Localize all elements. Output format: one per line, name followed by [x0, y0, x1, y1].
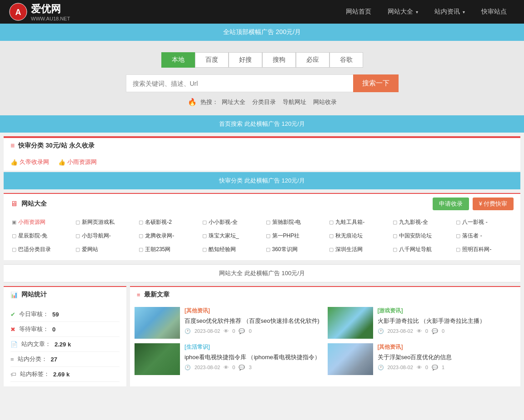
nav-home[interactable]: 网站首页 — [338, 0, 379, 24]
stat-value: 27 — [51, 356, 57, 363]
hot-link-2[interactable]: 导航网址 — [283, 98, 306, 106]
article-date: 2023-08-02 — [195, 328, 220, 334]
dir-item[interactable]: ▢策驰影院-电 — [262, 216, 326, 228]
dir-item[interactable]: ▢酷知经验网 — [199, 243, 262, 256]
dir-item[interactable]: ▢第一PHP社 — [262, 230, 326, 242]
dir-item[interactable]: ▢九九影视-全 — [389, 216, 453, 228]
article-date: 2023-08-02 — [388, 328, 413, 334]
stat-item: 📄 站内文章： 2.29 k — [10, 337, 120, 352]
box-icon: ▢ — [75, 247, 80, 252]
dir-item[interactable]: ▢巴适分类目录 — [8, 243, 72, 256]
hot-link-1[interactable]: 分类目录 — [252, 98, 276, 106]
dir-item[interactable]: ▢王朝235网 — [135, 243, 199, 256]
article-category: [游戏资讯] — [378, 307, 516, 315]
search-button[interactable]: 搜索一下 — [353, 74, 399, 92]
tab-local[interactable]: 本地 — [161, 52, 195, 68]
article-title[interactable]: iphoe看电视快捷指令库 （iphome看电视快捷指令） — [185, 353, 323, 362]
dir-item[interactable]: ▢名硕影视-2 — [135, 216, 199, 228]
comment-icon: 💬 — [432, 328, 438, 334]
tab-bing[interactable]: 必应 — [296, 52, 329, 68]
box-icon: ▢ — [139, 247, 143, 252]
tab-haosou[interactable]: 好搜 — [229, 52, 262, 68]
article-info: [其他资讯] 关于浮架seo百度优化的信息 🕐 2023-08-02 👁 0 💬… — [378, 343, 516, 375]
article-title[interactable]: 百度seo优化软件推荐 （百度seo快速排名优化软件) — [185, 316, 323, 326]
stat-item: ✖ 等待审核： 0 — [10, 322, 120, 337]
clock-icon: 🕐 — [378, 365, 384, 371]
article-meta: 🕐 2023-08-02 👁 0 💬 0 — [185, 328, 323, 334]
stat-label: 今日审核： — [19, 310, 49, 318]
dir-item[interactable]: ▢秋无痕论坛 — [325, 230, 389, 242]
dir-item[interactable]: ▢小彭导航网- — [72, 230, 135, 242]
articles-title: 最新文章 — [144, 291, 170, 299]
directory-banner-ad: 网站大全 此处横幅广告 100元/月 — [4, 264, 520, 282]
box-icon: ▣ — [12, 219, 16, 225]
quick-audit-title: 快审分类 30元/站 永久收录 — [18, 142, 94, 150]
apply-button[interactable]: 申请收录 — [433, 198, 469, 210]
dir-item[interactable]: ▢龙腾收录网- — [135, 230, 199, 242]
dir-item[interactable]: ▢360常识网 — [262, 243, 326, 256]
articles-panel: ≡ 最新文章 [其他资讯] 百度seo优化软件推荐 （百度seo快速排名优化软件… — [130, 286, 520, 386]
stat-value: 59 — [52, 311, 59, 318]
nav-quick[interactable]: 快审站点 — [473, 0, 515, 24]
bottom-content: 📊 网站统计 ✔ 今日审核： 59 ✖ 等待审核： 0 📄 站内文章： 2.29 — [4, 286, 520, 386]
dir-item[interactable]: ▢新网页游戏私 — [72, 216, 135, 228]
tab-sougou[interactable]: 搜狗 — [262, 52, 296, 68]
hot-link-3[interactable]: 网站收录 — [313, 98, 337, 106]
article-date: 2023-08-02 — [195, 365, 220, 370]
article-views: 0 — [232, 328, 235, 334]
box-icon: ▢ — [75, 233, 80, 239]
thumb-up-icon: 👍 — [10, 159, 18, 166]
dir-item[interactable]: ▢八千网址导航 — [389, 243, 453, 256]
hot-link-0[interactable]: 网址大全 — [222, 98, 245, 106]
quick-link-1[interactable]: 👍 小雨资源网 — [58, 158, 97, 166]
nav-directory[interactable]: 网站大全 ▾ — [379, 0, 426, 24]
dir-item[interactable]: ▢落伍者 - — [452, 230, 516, 242]
pay-button[interactable]: ¥付费快审 — [473, 198, 514, 210]
box-icon: ▢ — [12, 247, 16, 252]
hot-searches: 🔥 热搜： 网址大全 分类目录 导航网址 网站收录 — [188, 98, 337, 106]
article-title[interactable]: 火影手游奇拉比 （火影手游奇拉比主播） — [378, 316, 516, 326]
search-row: 搜索一下 — [126, 74, 399, 92]
box-icon: ▢ — [329, 233, 334, 239]
quick-link-0[interactable]: 👍 久帝收录网 — [10, 158, 49, 166]
dir-item[interactable]: ▢照明百科网- — [452, 243, 516, 256]
box-icon: ▢ — [75, 219, 80, 225]
stats-title: 网站统计 — [21, 291, 47, 299]
article-title[interactable]: 关于浮架seo百度优化的信息 — [378, 353, 516, 362]
stat-item: ✔ 今日审核： 59 — [10, 307, 120, 322]
stat-value: 2.69 k — [53, 371, 70, 378]
main-nav: 网站首页 网站大全 ▾ 站内资讯 ▾ 快审站点 — [338, 0, 515, 24]
box-icon: ▢ — [12, 233, 16, 239]
dir-item[interactable]: ▢九蛙工具箱- — [325, 216, 389, 228]
search-section: 本地 百度 好搜 搜狗 必应 谷歌 搜索一下 🔥 热搜： 网址大全 分类目录 导… — [0, 41, 524, 115]
quick-links: 👍 久帝收录网 👍 小雨资源网 — [4, 153, 520, 171]
x-icon: ✖ — [10, 326, 15, 333]
article-thumbnail — [135, 307, 180, 339]
eye-icon: 👁 — [417, 365, 422, 370]
box-icon: ▢ — [266, 247, 270, 252]
tab-baidu[interactable]: 百度 — [195, 52, 229, 68]
stats-header: 📊 网站统计 — [4, 286, 126, 302]
dir-item[interactable]: ▢星辰影院-免 — [8, 230, 72, 242]
stat-item: 🏷 站内标签： 2.69 k — [10, 367, 120, 382]
hot-links: 网址大全 分类目录 导航网址 网站收录 — [222, 98, 337, 106]
stat-value: 0 — [52, 326, 55, 333]
dir-item[interactable]: ▢珠宝大家坛_ — [199, 230, 262, 242]
article-info: [生活常识] iphoe看电视快捷指令库 （iphome看电视快捷指令） 🕐 2… — [185, 343, 323, 375]
article-comments: 0 — [442, 328, 444, 334]
dir-item[interactable]: ▢深圳生活网 — [325, 243, 389, 256]
dir-item[interactable]: ▢爱网站 — [72, 243, 135, 256]
dir-item[interactable]: ▢小小影视-全 — [199, 216, 262, 228]
tab-google[interactable]: 谷歌 — [329, 52, 363, 68]
box-icon: ▢ — [393, 233, 397, 239]
clock-icon: 🕐 — [185, 365, 191, 371]
dir-item[interactable]: ▢中国安防论坛 — [389, 230, 453, 242]
search-input[interactable] — [126, 74, 353, 92]
stat-label: 站内文章： — [21, 340, 51, 348]
logo-sub: WWW.AU18.NET — [31, 16, 70, 21]
nav-news[interactable]: 站内资讯 ▾ — [426, 0, 473, 24]
directory-section: 🖥 网站大全 申请收录 ¥付费快审 ▣小雨资源网 ▢新网页游戏私 ▢名硕影视-2… — [4, 193, 520, 261]
dir-item[interactable]: ▣小雨资源网 — [8, 216, 72, 228]
chevron-down-icon: ▾ — [414, 10, 418, 15]
dir-item[interactable]: ▢八一影视 - — [452, 216, 516, 228]
